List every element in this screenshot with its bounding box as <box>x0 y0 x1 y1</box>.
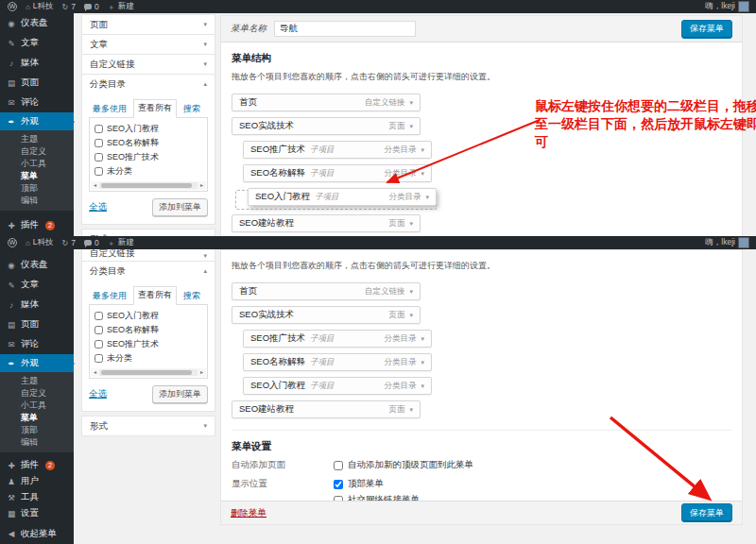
sidebar-item-collapse-menu[interactable]: ◀收起菜单 <box>0 526 74 541</box>
new-content-link[interactable]: ＋新建 <box>108 1 134 12</box>
chevron-down-icon[interactable]: ▾ <box>421 335 424 343</box>
category-checkbox[interactable] <box>94 153 103 162</box>
sidebar-item-comments[interactable]: ✉评论 <box>0 334 74 354</box>
category-checkbox[interactable] <box>94 354 103 363</box>
scroll-right-icon[interactable]: ▸ <box>198 181 206 190</box>
category-option[interactable]: SEO推广技术 <box>94 151 203 163</box>
howdy-user-link[interactable]: 嗨，lkeji <box>705 1 735 12</box>
tab-view-all[interactable]: 查看所有 <box>133 286 177 305</box>
menu-item-seo-intro-dragging[interactable]: SEO入门教程 子项目 分类目录 ▾ <box>248 188 437 206</box>
delete-menu-link[interactable]: 删除菜单 <box>231 507 266 519</box>
scrollbar-thumb[interactable] <box>101 183 192 188</box>
updates-link[interactable]: ↻7 <box>62 2 76 11</box>
sidebar-item-plugins[interactable]: ✚插件2 <box>0 457 74 473</box>
save-menu-button[interactable]: 保存菜单 <box>681 20 732 39</box>
wordpress-logo-menu[interactable]: W <box>8 2 17 11</box>
add-to-menu-button[interactable]: 添加到菜单 <box>152 385 208 403</box>
category-option[interactable]: 未分类 <box>94 352 203 365</box>
menu-item-seo-glossary[interactable]: SEO名称解释 子项目 分类目录 ▾ <box>243 164 432 182</box>
category-checkbox[interactable] <box>94 167 103 176</box>
submenu-item-widgets[interactable]: 小工具 <box>0 158 74 170</box>
scroll-left-icon[interactable]: ◂ <box>91 181 99 190</box>
sidebar-item-appearance[interactable]: ✒外观 <box>0 112 74 130</box>
menu-item-seo-intro[interactable]: SEO入门教程 子项目 分类目录 ▾ <box>243 377 432 395</box>
menu-item-seo-sitebuilding[interactable]: SEO建站教程 页面 ▾ <box>232 400 421 418</box>
category-checkbox[interactable] <box>94 125 103 133</box>
menu-item-seo-promotion[interactable]: SEO推广技术 子项目 分类目录 ▾ <box>243 330 432 348</box>
chevron-down-icon[interactable]: ▾ <box>425 194 429 201</box>
chevron-down-icon[interactable]: ▾ <box>421 170 424 178</box>
panel-format-header[interactable]: 形式▾ <box>82 416 215 435</box>
submenu-item-customize[interactable]: 自定义 <box>0 145 74 158</box>
select-all-link[interactable]: 全选 <box>89 388 107 400</box>
category-option[interactable]: SEO推广技术 <box>94 338 203 350</box>
avatar[interactable] <box>739 2 748 11</box>
panel-custom-links-header[interactable]: 自定义链接▾ <box>82 55 215 74</box>
category-option[interactable]: SEO名称解释 <box>94 324 203 336</box>
sidebar-item-media[interactable]: ♪媒体 <box>0 53 74 73</box>
scrollbar-track[interactable] <box>99 182 198 189</box>
chevron-down-icon[interactable]: ▾ <box>421 146 424 154</box>
tab-search[interactable]: 搜索 <box>180 288 204 305</box>
submenu-item-widgets[interactable]: 小工具 <box>0 400 74 412</box>
sidebar-item-settings[interactable]: ▦设置 <box>0 505 74 521</box>
category-option[interactable]: SEO入门教程 <box>94 310 203 322</box>
tab-search[interactable]: 搜索 <box>180 101 204 118</box>
sidebar-item-posts[interactable]: ✎文章 <box>0 33 74 53</box>
location-primary-option[interactable]: 顶部菜单 <box>334 478 420 490</box>
comments-link[interactable]: 0 <box>84 2 99 11</box>
sidebar-item-pages[interactable]: ▤页面 <box>0 73 74 93</box>
wordpress-logo-menu[interactable]: W <box>8 238 17 247</box>
submenu-item-header[interactable]: 顶部 <box>0 424 74 436</box>
submenu-item-header[interactable]: 顶部 <box>0 182 74 195</box>
select-all-link[interactable]: 全选 <box>89 201 107 213</box>
category-checkbox[interactable] <box>94 139 103 147</box>
scrollbar-track[interactable] <box>99 369 198 376</box>
submenu-item-editor[interactable]: 编辑 <box>0 195 74 207</box>
new-content-link[interactable]: ＋新建 <box>108 237 134 248</box>
panel-categories-header[interactable]: 分类目录▴ <box>82 262 215 280</box>
chevron-down-icon[interactable]: ▾ <box>409 288 413 296</box>
site-name-link[interactable]: ⌂L科技 <box>26 237 54 248</box>
chevron-down-icon[interactable]: ▾ <box>409 406 413 414</box>
category-checkbox[interactable] <box>94 326 103 334</box>
site-name-link[interactable]: ⌂L科技 <box>26 1 54 12</box>
comments-link[interactable]: 0 <box>84 238 99 247</box>
chevron-down-icon[interactable]: ▾ <box>409 123 413 130</box>
panel-pages-header[interactable]: 页面▾ <box>82 15 215 34</box>
sidebar-item-media[interactable]: ♪媒体 <box>0 295 74 314</box>
chevron-down-icon[interactable]: ▾ <box>409 99 413 107</box>
menu-name-input[interactable] <box>274 21 416 37</box>
chevron-down-icon[interactable]: ▾ <box>409 220 413 228</box>
auto-add-option[interactable]: 自动添加新的顶级页面到此菜单 <box>334 459 473 471</box>
chevron-down-icon[interactable]: ▾ <box>409 312 413 319</box>
sidebar-item-posts[interactable]: ✎文章 <box>0 275 74 295</box>
menu-item-seo-practice[interactable]: SEO实战技术 页面 ▾ <box>232 306 421 324</box>
submenu-item-themes[interactable]: 主题 <box>0 375 74 387</box>
updates-link[interactable]: ↻7 <box>62 238 76 247</box>
panel-format-header[interactable]: 形式▾ <box>82 230 215 236</box>
category-checkbox[interactable] <box>94 340 103 348</box>
auto-add-checkbox[interactable] <box>334 461 343 470</box>
chevron-down-icon[interactable]: ▾ <box>421 359 424 366</box>
howdy-user-link[interactable]: 嗨，lkeji <box>705 237 735 248</box>
tab-most-used[interactable]: 最多使用 <box>89 288 130 305</box>
sidebar-item-pages[interactable]: ▤页面 <box>0 314 74 334</box>
submenu-item-themes[interactable]: 主题 <box>0 133 74 145</box>
menu-item-home[interactable]: 首页 自定义链接 ▾ <box>232 282 421 300</box>
category-option[interactable]: SEO入门教程 <box>94 123 203 135</box>
horizontal-scrollbar[interactable]: ◂ ▸ <box>91 181 206 190</box>
save-menu-button[interactable]: 保存菜单 <box>681 503 732 522</box>
primary-menu-checkbox[interactable] <box>334 480 343 489</box>
panel-posts-header[interactable]: 文章▾ <box>82 35 215 54</box>
chevron-down-icon[interactable]: ▾ <box>421 382 424 390</box>
sidebar-item-tools[interactable]: ⚒工具 <box>0 489 74 505</box>
category-option[interactable]: SEO名称解释 <box>94 137 203 149</box>
menu-item-home[interactable]: 首页 自定义链接 ▾ <box>232 94 421 111</box>
category-checkbox[interactable] <box>94 312 103 320</box>
panel-categories-header[interactable]: 分类目录▴ <box>82 75 215 94</box>
submenu-item-editor[interactable]: 编辑 <box>0 436 74 449</box>
submenu-item-menus[interactable]: 菜单 <box>0 412 74 424</box>
tab-view-all[interactable]: 查看所有 <box>133 99 177 118</box>
panel-custom-links-header[interactable]: 自定义链接▾ <box>82 249 215 261</box>
